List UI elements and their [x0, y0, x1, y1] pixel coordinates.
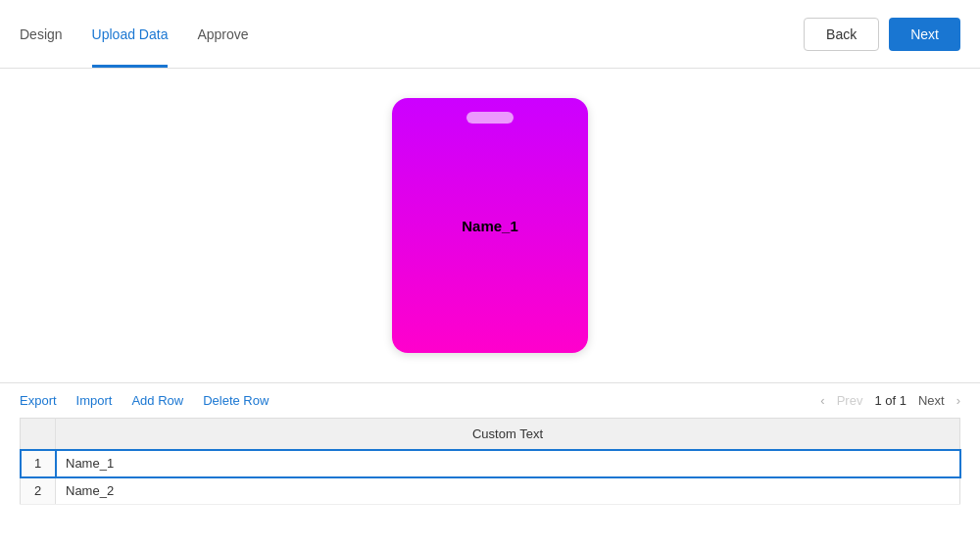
table-header-row: Custom Text: [21, 419, 960, 450]
export-button[interactable]: Export: [20, 393, 57, 408]
col-header-rownum: [21, 419, 56, 450]
row-value[interactable]: Name_2: [56, 477, 960, 505]
table-body: 1Name_12Name_2: [21, 450, 960, 505]
nav-tabs: Design Upload Data Approve: [20, 0, 249, 68]
table-toolbar: Export Import Add Row Delete Row ‹ Prev …: [0, 382, 980, 418]
page-info: 1 of 1: [874, 393, 906, 408]
badge-card: Name_1: [392, 98, 588, 353]
badge-name-text: Name_1: [462, 218, 518, 234]
next-chevron-icon: ›: [956, 393, 960, 408]
data-table-wrapper: Custom Text 1Name_12Name_2: [0, 418, 980, 505]
toolbar-left: Export Import Add Row Delete Row: [20, 393, 269, 408]
row-value[interactable]: Name_1: [56, 450, 960, 477]
add-row-button[interactable]: Add Row: [131, 393, 183, 408]
row-number: 1: [21, 450, 56, 477]
back-button[interactable]: Back: [804, 18, 879, 51]
next-page-button[interactable]: Next: [914, 391, 949, 410]
nav-buttons: Back Next: [804, 18, 960, 51]
tab-design[interactable]: Design: [20, 0, 63, 68]
next-button[interactable]: Next: [889, 18, 960, 51]
tab-upload-data[interactable]: Upload Data: [92, 0, 169, 68]
col-header-custom-text: Custom Text: [56, 419, 960, 450]
preview-area: Name_1: [0, 69, 980, 382]
table-row[interactable]: 1Name_1: [21, 450, 960, 477]
tab-approve[interactable]: Approve: [197, 0, 248, 68]
table-row[interactable]: 2Name_2: [21, 477, 960, 505]
toolbar-right: ‹ Prev 1 of 1 Next ›: [820, 391, 960, 410]
top-nav: Design Upload Data Approve Back Next: [0, 0, 980, 69]
import-button[interactable]: Import: [76, 393, 113, 408]
prev-chevron-icon: ‹: [820, 393, 824, 408]
data-table: Custom Text 1Name_12Name_2: [20, 418, 960, 505]
prev-page-button[interactable]: Prev: [833, 391, 867, 410]
delete-row-button[interactable]: Delete Row: [203, 393, 269, 408]
badge-slot: [466, 112, 514, 124]
row-number: 2: [21, 477, 56, 505]
